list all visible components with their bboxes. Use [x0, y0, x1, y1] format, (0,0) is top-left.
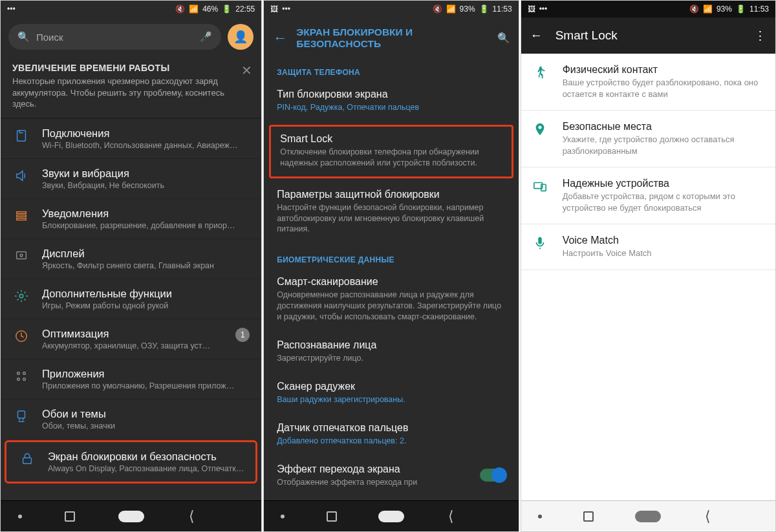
nav-bar: ⟨: [1, 500, 261, 531]
item-voice-match[interactable]: Voice MatchНастроить Voice Match: [521, 224, 775, 270]
item-secure-lock-params[interactable]: Параметры защитной блокировки Настройте …: [264, 181, 518, 244]
nav-home-button[interactable]: [378, 510, 404, 523]
battery-tip-card[interactable]: УВЕЛИЧЕНИЕ ВРЕМЕНИ РАБОТЫ Некоторые прил…: [1, 56, 261, 118]
optimization-icon: [12, 329, 30, 343]
svg-point-10: [17, 378, 20, 380]
section-biometrics: БИОМЕТРИЧЕСКИЕ ДАННЫЕ: [264, 244, 518, 268]
nav-dot-icon: [538, 515, 542, 518]
overflow-icon[interactable]: ⋮: [754, 28, 766, 43]
mute-icon: 🔇: [433, 5, 442, 14]
item-face-recognition[interactable]: Распознавание лица Зарегистрируйте лицо.: [264, 332, 518, 373]
nav-back-button[interactable]: ⟨: [695, 510, 721, 523]
battery-icon: 🔋: [222, 5, 232, 14]
item-smart-scan[interactable]: Смарт-сканирование Одновременное распозн…: [264, 268, 518, 332]
mute-icon: 🔇: [689, 5, 699, 14]
wifi-icon: 📶: [703, 5, 713, 14]
more-icon: •••: [282, 5, 290, 14]
item-on-body[interactable]: Физический контактВаше устройство будет …: [521, 54, 775, 111]
svg-rect-12: [18, 410, 25, 418]
mute-icon: 🔇: [175, 5, 185, 14]
battery-icon: 🔋: [736, 5, 746, 14]
item-trusted-places[interactable]: Безопасные местаУкажите, где устройство …: [521, 111, 775, 167]
settings-row-connections[interactable]: ПодключенияWi-Fi, Bluetooth, Использован…: [1, 118, 261, 158]
lock-icon: [18, 452, 36, 466]
clock: 22:55: [235, 5, 255, 14]
item-trusted-devices[interactable]: Надежные устройстваДобавьте устройства, …: [521, 167, 775, 224]
svg-rect-0: [17, 130, 26, 141]
screen-header: ← Smart Lock ⋮: [521, 17, 775, 54]
avatar[interactable]: 👤: [228, 24, 253, 50]
toggle-switch[interactable]: [480, 469, 506, 482]
search-placeholder: Поиск: [36, 32, 200, 43]
tip-body: Некоторые приложения чрезмерно расходуют…: [12, 76, 250, 110]
svg-rect-13: [23, 458, 32, 463]
status-bar: 🖼••• 🔇 📶 93% 🔋 11:53: [264, 1, 518, 17]
nav-bar: ⟨: [521, 500, 775, 531]
security-list: ЗАЩИТА ТЕЛЕФОНА Тип блокировки экрана PI…: [264, 56, 518, 500]
apps-icon: [12, 369, 30, 383]
search-row: 🔍 Поиск 🎤 👤: [1, 17, 261, 56]
back-arrow-icon[interactable]: ←: [273, 30, 287, 47]
clock: 11:53: [749, 5, 769, 14]
screenshot-icon: 🖼: [270, 5, 278, 14]
item-lock-type[interactable]: Тип блокировки экрана PIN-код, Радужка, …: [264, 81, 518, 122]
nav-recent-button[interactable]: [57, 510, 83, 523]
mic-icon[interactable]: 🎤: [200, 31, 212, 43]
advanced-icon: [12, 289, 30, 303]
status-bar: 🖼••• 🔇 📶 93% 🔋 11:53: [521, 1, 775, 17]
phone-lockscreen-settings: 🖼••• 🔇 📶 93% 🔋 11:53 ← ЭКРАН БЛОКИРОВКИ …: [263, 0, 519, 532]
nav-home-button[interactable]: [635, 510, 661, 523]
notifications-icon: [12, 209, 30, 223]
nav-back-button[interactable]: ⟨: [179, 510, 205, 523]
svg-point-6: [19, 294, 23, 298]
item-smart-lock[interactable]: Smart Lock Отключение блокировки телефон…: [269, 125, 513, 178]
svg-point-11: [23, 378, 26, 380]
close-icon[interactable]: ✕: [241, 63, 252, 78]
mic-icon: [533, 236, 548, 253]
status-bar: ••• 🔇 📶 46% 🔋 22:55: [1, 1, 261, 17]
nav-recent-button[interactable]: [576, 510, 601, 523]
settings-row-advanced[interactable]: Дополнительные функцииИгры, Режим работы…: [1, 279, 261, 319]
section-phone-protection: ЗАЩИТА ТЕЛЕФОНА: [264, 56, 518, 81]
more-icon: •••: [7, 5, 16, 14]
place-icon: [533, 122, 548, 140]
battery-text: 93%: [460, 5, 475, 14]
settings-row-sounds[interactable]: Звуки и вибрацияЗвуки, Вибрация, Не бесп…: [1, 158, 261, 198]
settings-row-apps[interactable]: ПриложенияПриложения по умолчанию, Разре…: [1, 359, 261, 399]
nav-dot-icon: [281, 515, 285, 518]
clock: 11:53: [493, 5, 512, 14]
settings-list: ПодключенияWi-Fi, Bluetooth, Использован…: [1, 118, 261, 500]
phone-settings-main: ••• 🔇 📶 46% 🔋 22:55 🔍 Поиск 🎤 👤 УВЕЛИЧЕН…: [0, 0, 262, 532]
svg-rect-1: [17, 211, 27, 213]
svg-rect-4: [17, 251, 27, 259]
sound-icon: [12, 169, 30, 183]
smartlock-list: Физический контактВаше устройство будет …: [521, 54, 775, 500]
search-input[interactable]: 🔍 Поиск 🎤: [8, 24, 221, 50]
svg-rect-2: [17, 215, 27, 217]
settings-row-themes[interactable]: Обои и темыОбои, темы, значки: [1, 399, 261, 439]
item-transition-effect[interactable]: Эффект перехода экрана Отображение эффек…: [264, 456, 518, 497]
svg-point-9: [23, 372, 26, 374]
item-iris-scanner[interactable]: Сканер радужек Ваши радужки зарегистриро…: [264, 373, 518, 414]
nav-home-button[interactable]: [118, 510, 144, 523]
nav-recent-button[interactable]: [319, 510, 345, 523]
settings-row-lockscreen[interactable]: Экран блокировки и безопасностьAlways On…: [5, 440, 257, 484]
back-arrow-icon[interactable]: ←: [530, 28, 543, 43]
battery-icon: 🔋: [479, 5, 489, 14]
settings-row-display[interactable]: ДисплейЯркость, Фильтр синего света, Гла…: [1, 239, 261, 279]
phone-smart-lock: 🖼••• 🔇 📶 93% 🔋 11:53 ← Smart Lock ⋮ Физи…: [521, 0, 776, 532]
badge: 1: [235, 328, 250, 342]
walk-icon: [533, 65, 548, 83]
search-icon[interactable]: 🔍: [497, 32, 510, 44]
more-icon: •••: [539, 5, 548, 14]
tip-title: УВЕЛИЧЕНИЕ ВРЕМЕНИ РАБОТЫ: [12, 63, 250, 73]
screenshot-icon: 🖼: [528, 5, 535, 14]
settings-row-optimization[interactable]: ОптимизацияАккумулятор, хранилище, ОЗУ, …: [1, 319, 261, 359]
battery-text: 93%: [717, 5, 732, 14]
svg-point-5: [20, 254, 23, 257]
themes-icon: [12, 409, 30, 423]
nav-back-button[interactable]: ⟨: [438, 510, 464, 523]
devices-icon: [533, 179, 548, 197]
item-fingerprint[interactable]: Датчик отпечатков пальцев Добавлено отпе…: [264, 414, 518, 456]
settings-row-notifications[interactable]: УведомленияБлокирование, разрешение, доб…: [1, 198, 261, 239]
